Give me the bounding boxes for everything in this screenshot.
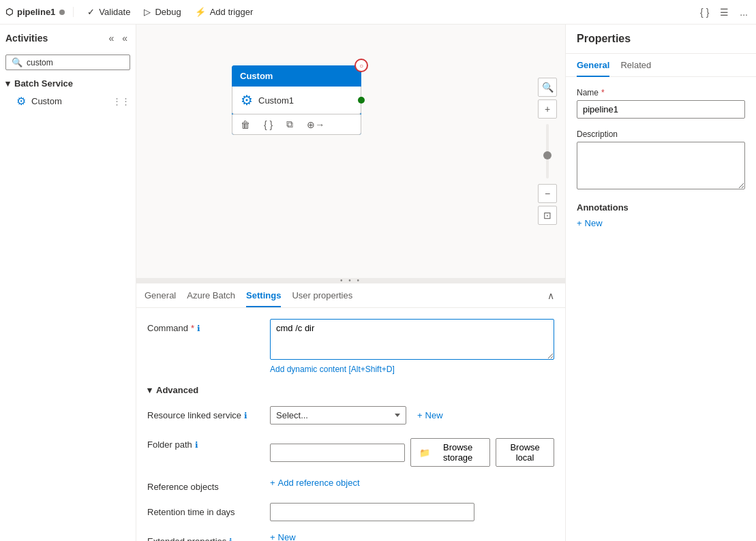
folder-icon: 📁 — [419, 448, 430, 458]
sidebar-item-custom[interactable]: ⚙ Custom ⋮⋮ — [0, 91, 136, 111]
logo-icon: ⬡ — [5, 7, 13, 17]
retention-input[interactable] — [270, 503, 474, 521]
command-info-icon[interactable]: ℹ — [197, 324, 200, 333]
folder-path-input[interactable] — [270, 444, 405, 462]
sidebar-item-label: Custom — [31, 96, 62, 106]
node-code-button[interactable]: { } — [261, 118, 275, 132]
batch-service-header[interactable]: ▾ Batch Service — [0, 76, 136, 91]
tab-settings[interactable]: Settings — [246, 285, 281, 307]
props-description-label: Description — [577, 129, 745, 139]
tab-general[interactable]: General — [145, 285, 176, 307]
node-connect-button[interactable]: ⊕→ — [304, 118, 327, 132]
folder-path-value: 📁 Browse storage Browse local — [270, 435, 554, 467]
zoom-slider-track[interactable] — [546, 124, 549, 179]
node-header-label: Custom — [240, 71, 273, 81]
resource-new-button[interactable]: + New — [412, 407, 449, 424]
node-gear-icon: ⚙ — [241, 92, 253, 108]
command-input[interactable]: cmd /c dir — [270, 319, 554, 360]
zoom-out-button[interactable]: − — [538, 184, 557, 203]
props-tab-general[interactable]: General — [577, 55, 609, 77]
properties-content: Name Description Annotations + New — [566, 77, 756, 541]
extended-properties-row: Extended properties ℹ + New — [147, 532, 554, 541]
pipeline-tab-label: pipeline1 — [17, 7, 55, 17]
add-ref-plus-icon: + — [270, 478, 275, 488]
command-value: cmd /c dir Add dynamic content [Alt+Shif… — [270, 319, 554, 374]
zoom-in-button[interactable]: + — [538, 99, 557, 119]
props-description-field: Description — [577, 129, 745, 191]
extended-new-button[interactable]: + New — [270, 532, 296, 541]
node-card: Custom ⚙ Custom1 🗑 { } ⧉ ⊕→ — [232, 65, 361, 135]
add-trigger-button[interactable]: ⚡ Add trigger — [190, 4, 259, 20]
props-name-label: Name — [577, 88, 745, 97]
validate-icon: ✓ — [87, 7, 95, 17]
folder-path-info-icon[interactable]: ℹ — [195, 440, 198, 450]
extended-properties-label: Extended properties ℹ — [147, 532, 270, 541]
advanced-chevron-icon: ▾ — [147, 385, 152, 395]
extended-plus-icon: + — [270, 532, 275, 541]
folder-path-controls: 📁 Browse storage Browse local — [270, 438, 554, 467]
canvas[interactable]: ○ Custom ⚙ Custom1 🗑 { } ⧉ ⊕→ — [136, 25, 565, 278]
reference-objects-row: Reference objects + Add reference object — [147, 478, 554, 492]
resource-info-icon[interactable]: ℹ — [244, 411, 247, 420]
more-options-button[interactable]: ... — [737, 4, 751, 20]
validate-button[interactable]: ✓ Validate — [82, 4, 136, 20]
annotation-plus-icon: + — [577, 218, 582, 228]
debug-button[interactable]: ▷ Debug — [138, 4, 186, 20]
props-description-input[interactable] — [577, 142, 745, 189]
resource-linked-service-value: Select... + New — [270, 406, 554, 424]
resource-linked-service-label: Resource linked service ℹ — [147, 406, 270, 420]
properties-title: Properties — [566, 25, 756, 54]
node-copy-button[interactable]: ⧉ — [284, 117, 296, 132]
folder-path-label: Folder path ℹ — [147, 435, 270, 450]
advanced-toggle[interactable]: ▾ Advanced — [147, 385, 554, 395]
section-label: Batch Service — [14, 78, 73, 89]
top-bar: ⬡ pipeline1 ✓ Validate ▷ Debug ⚡ Add tri… — [0, 0, 756, 25]
search-canvas-button[interactable]: 🔍 — [538, 78, 557, 97]
command-row: Command * ℹ cmd /c dir Add dynamic conte… — [147, 319, 554, 374]
node-actions: 🗑 { } ⧉ ⊕→ — [232, 114, 361, 135]
properties-panel: Properties General Related Name Descript… — [565, 25, 756, 541]
collapse-panel-button[interactable]: ∧ — [545, 288, 557, 304]
dynamic-content-link[interactable]: Add dynamic content [Alt+Shift+D] — [270, 365, 554, 374]
node-error-indicator: ○ — [354, 59, 368, 72]
retention-label: Retention time in days — [147, 503, 270, 517]
add-reference-button[interactable]: + Add reference object — [270, 478, 360, 488]
canvas-controls: 🔍 + − ⊡ — [538, 78, 557, 225]
trigger-icon: ⚡ — [195, 7, 206, 17]
sidebar-title: Activities — [5, 33, 48, 44]
node-output-port[interactable] — [358, 97, 365, 104]
fit-to-screen-button[interactable]: ⊡ — [538, 206, 557, 225]
retention-row: Retention time in days — [147, 503, 554, 521]
batch-service-section: ▾ Batch Service ⚙ Custom ⋮⋮ — [0, 73, 136, 114]
node-delete-button[interactable]: 🗑 — [238, 118, 253, 132]
reference-objects-value: + Add reference object — [270, 478, 554, 488]
extended-info-icon[interactable]: ℹ — [229, 537, 232, 542]
tab-user-properties[interactable]: User properties — [292, 285, 352, 307]
code-icon-button[interactable]: { } — [697, 4, 712, 20]
section-chevron-icon: ▾ — [5, 78, 10, 89]
command-label: Command * ℹ — [147, 319, 270, 333]
extended-properties-value: + New — [270, 532, 554, 541]
monitor-icon-button[interactable]: ☰ — [717, 4, 731, 20]
reference-objects-label: Reference objects — [147, 478, 270, 492]
search-input[interactable] — [27, 58, 124, 67]
resource-linked-service-row: Resource linked service ℹ Select... + Ne… — [147, 406, 554, 424]
browse-storage-button[interactable]: 📁 Browse storage — [410, 438, 490, 467]
search-box[interactable]: 🔍 — [5, 55, 130, 70]
zoom-slider-thumb[interactable] — [543, 151, 551, 159]
props-tab-related[interactable]: Related — [620, 55, 651, 77]
browse-local-button[interactable]: Browse local — [496, 438, 554, 467]
toggle-sidebar-button[interactable]: « — [119, 30, 130, 46]
plus-icon: + — [417, 410, 423, 420]
error-icon: ○ — [359, 62, 363, 69]
props-name-input[interactable] — [577, 100, 745, 119]
advanced-label: Advanced — [156, 385, 198, 395]
gear-icon: ⚙ — [16, 95, 26, 108]
resource-linked-service-select[interactable]: Select... — [270, 406, 406, 424]
sidebar: Activities « « 🔍 ▾ Batch Service ⚙ Custo… — [0, 25, 136, 541]
collapse-sidebar-button[interactable]: « — [106, 30, 117, 46]
tab-azure-batch[interactable]: Azure Batch — [187, 285, 235, 307]
panel-tabs: General Azure Batch Settings User proper… — [136, 283, 565, 308]
add-annotation-button[interactable]: + New — [577, 218, 603, 228]
activity-node[interactable]: ○ Custom ⚙ Custom1 🗑 { } ⧉ ⊕→ — [232, 65, 361, 135]
